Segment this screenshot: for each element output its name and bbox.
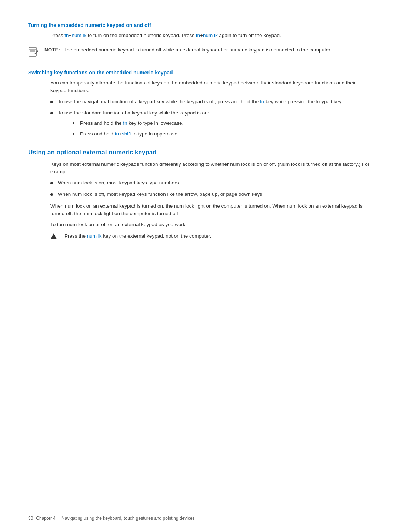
page-footer: 30 Chapter 4 Navigating using the keyboa…	[0, 513, 400, 521]
sub-bullet-item: Press and hold fn+shift to type in upper…	[73, 130, 209, 138]
numlk-link-3[interactable]: num lk	[87, 233, 102, 239]
footer-content: 30 Chapter 4 Navigating using the keyboa…	[28, 513, 372, 521]
fn-link-4[interactable]: fn	[123, 120, 127, 126]
caution-item: Press the num lk key on the external key…	[50, 232, 372, 242]
bullet-dot	[50, 109, 58, 114]
switching-keys-bullets: To use the navigational function of a ke…	[50, 98, 372, 141]
bullet-text-3: When num lock is on, most keypad keys ty…	[58, 179, 180, 187]
sub-bullet-dot	[73, 130, 80, 135]
bullet-circle	[50, 182, 53, 184]
sub-bullet-circle	[73, 133, 74, 135]
note-content: NOTE: The embedded numeric keypad is tur…	[44, 46, 331, 54]
bullet-circle	[50, 193, 53, 196]
note-label: NOTE:	[44, 47, 60, 53]
bullet-text-1: To use the navigational function of a ke…	[58, 98, 343, 106]
external-keypad-body-1: Keys on most external numeric keypads fu…	[50, 161, 372, 176]
sub-bullet-list: Press and hold the fn key to type in low…	[73, 120, 209, 138]
note-icon	[28, 47, 41, 58]
caution-triangle-icon	[50, 232, 61, 242]
section-switching-keys: Switching key functions on the embedded …	[28, 70, 372, 141]
bullet-text-4: When num lock is off, most keypad keys f…	[58, 191, 264, 198]
switching-keys-body: You can temporarily alternate the functi…	[50, 79, 372, 94]
svg-marker-5	[51, 233, 57, 239]
bullet-dot	[50, 179, 58, 184]
bullet-item: When num lock is off, most keypad keys f…	[50, 191, 372, 198]
note-box: NOTE: The embedded numeric keypad is tur…	[28, 43, 372, 61]
external-keypad-body-2: When num lock on an external keypad is t…	[50, 203, 372, 218]
fn-link-1[interactable]: fn	[64, 33, 69, 38]
page-content: Turning the embedded numeric keypad on a…	[28, 22, 372, 242]
note-text: The embedded numeric keypad is turned of…	[64, 47, 331, 53]
sub-bullet-text-1: Press and hold the fn key to type in low…	[80, 120, 183, 127]
sub-bullet-item: Press and hold the fn key to type in low…	[73, 120, 209, 127]
bullet-item: To use the navigational function of a ke…	[50, 98, 372, 106]
section-external-keypad: Using an optional external numeric keypa…	[28, 149, 372, 242]
sub-bullet-text-2: Press and hold fn+shift to type in upper…	[80, 130, 179, 138]
caution-text: Press the num lk key on the external key…	[64, 232, 211, 240]
sub-bullet-dot	[73, 120, 80, 124]
external-keypad-body-3: To turn num lock on or off on an externa…	[50, 221, 372, 228]
heading-turning-keypad: Turning the embedded numeric keypad on a…	[28, 22, 372, 28]
bullet-dot	[50, 98, 58, 103]
bullet-item: To use the standard function of a keypad…	[50, 109, 372, 141]
numlk-link-2[interactable]: num lk	[203, 33, 218, 38]
numlk-link-1[interactable]: num lk	[71, 33, 86, 38]
external-keypad-bullets: When num lock is on, most keypad keys ty…	[50, 179, 372, 198]
sub-bullet-circle	[73, 122, 74, 124]
fn-link-2[interactable]: fn	[196, 33, 200, 38]
bullet-text-2: To use the standard function of a keypad…	[58, 109, 209, 141]
fn-link-5[interactable]: fn	[115, 131, 119, 137]
shift-link-1[interactable]: shift	[122, 131, 131, 137]
caution-bullets: Press the num lk key on the external key…	[50, 232, 372, 242]
bullet-item: When num lock is on, most keypad keys ty…	[50, 179, 372, 187]
footer-chapter-title: Navigating using the keyboard, touch ges…	[61, 516, 195, 521]
heading-external-keypad: Using an optional external numeric keypa…	[28, 149, 372, 156]
footer-page-number: 30	[28, 516, 33, 521]
bullet-dot	[50, 191, 58, 196]
turning-keypad-body: Press fn+num lk to turn on the embedded …	[50, 32, 372, 39]
bullet-circle	[50, 101, 53, 103]
section-turning-keypad: Turning the embedded numeric keypad on a…	[28, 22, 372, 61]
fn-link-3[interactable]: fn	[260, 99, 264, 104]
footer-chapter: Chapter 4	[36, 516, 56, 521]
bullet-circle	[50, 112, 53, 114]
heading-switching-keys: Switching key functions on the embedded …	[28, 70, 372, 76]
